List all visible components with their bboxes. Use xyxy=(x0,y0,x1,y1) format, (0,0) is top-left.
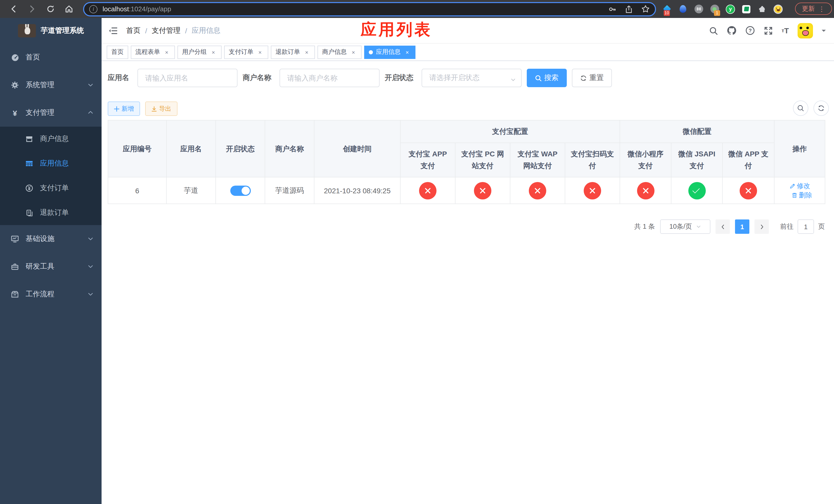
col-header-alipay-pc: 支付宝 PC 网站支付 xyxy=(455,143,510,177)
delete-link[interactable]: 删除 xyxy=(791,190,812,200)
tab-merchant-info[interactable]: 商户信息× xyxy=(317,45,361,59)
col-header-wechat-mini: 微信小程序支付 xyxy=(620,143,671,177)
app-name-input[interactable] xyxy=(137,69,238,87)
breadcrumb: 首页 / 支付管理 / 应用信息 xyxy=(126,26,221,35)
search-icon[interactable] xyxy=(709,26,718,35)
share-icon[interactable] xyxy=(625,5,633,13)
page-size-select[interactable]: 10条/页 xyxy=(660,220,710,234)
extension-chat-icon[interactable] xyxy=(742,4,751,14)
col-header-merchant: 商户名称 xyxy=(265,120,314,177)
goto-page-input[interactable] xyxy=(797,220,814,234)
close-icon[interactable]: × xyxy=(350,49,357,55)
cell-app-name: 芋道 xyxy=(167,177,216,204)
cell-wechat-mini xyxy=(620,177,671,204)
status-select[interactable]: 请选择开启状态 xyxy=(422,69,522,87)
status-toggle[interactable] xyxy=(230,185,250,196)
github-icon[interactable] xyxy=(727,26,737,36)
browser-home-button[interactable] xyxy=(62,2,75,16)
tags-view: 首页 流程表单× 用户分组× 支付订单× 退款订单× 商户信息× 应用信息× xyxy=(102,44,834,61)
chevron-down-icon xyxy=(88,81,93,89)
browser-menu-icon[interactable]: ⋮ xyxy=(818,5,825,13)
profile-avatar-icon[interactable] xyxy=(773,4,783,14)
url-text: localhost:1024/pay/app xyxy=(103,5,171,13)
extension-recorder-icon[interactable]: 1 xyxy=(710,4,719,14)
tab-pay-order[interactable]: 支付订单× xyxy=(224,45,268,59)
logo[interactable]: 芋道管理系统 xyxy=(0,18,102,44)
sidebar-item-payment[interactable]: ¥ 支付管理 xyxy=(0,99,102,127)
disabled-status-icon xyxy=(584,182,601,199)
cell-wechat-app xyxy=(722,177,774,204)
sidebar-item-workflow[interactable]: 工作流程 xyxy=(0,280,102,308)
user-avatar[interactable] xyxy=(797,23,813,38)
search-button[interactable]: 搜索 xyxy=(527,69,567,87)
tab-app-info[interactable]: 应用信息× xyxy=(364,45,415,59)
sidebar-item-home[interactable]: 首页 xyxy=(0,44,102,71)
close-icon[interactable]: × xyxy=(303,49,310,55)
font-size-icon[interactable]: тT xyxy=(782,26,789,35)
cell-wechat-jsapi xyxy=(671,177,722,204)
extension-balloon-icon[interactable] xyxy=(678,4,687,14)
next-page-button[interactable] xyxy=(754,220,769,234)
sidebar-item-refund-order[interactable]: 退款订单 xyxy=(0,201,102,225)
close-icon[interactable]: × xyxy=(163,49,170,55)
extension-command-icon[interactable] xyxy=(694,4,703,14)
reset-button[interactable]: 重置 xyxy=(572,69,612,87)
sidebar-item-dev-tools[interactable]: 研发工具 xyxy=(0,253,102,280)
browser-forward-button[interactable] xyxy=(25,2,39,16)
current-page[interactable]: 1 xyxy=(735,220,749,234)
browser-reload-button[interactable] xyxy=(44,2,57,16)
avatar-caret-icon[interactable] xyxy=(822,29,826,33)
close-icon[interactable]: × xyxy=(404,49,411,55)
goto-page: 前往 页 xyxy=(780,220,825,234)
cell-alipay-wap xyxy=(510,177,565,204)
breadcrumb-payment[interactable]: 支付管理 xyxy=(152,26,180,35)
filter-form: 应用名 商户名称 开启状态 请选择开启状态 xyxy=(108,69,828,87)
edit-link[interactable]: 修改 xyxy=(789,181,810,190)
browser-update-button[interactable]: 更新⋮ xyxy=(795,3,832,15)
gear-icon xyxy=(10,81,20,89)
tab-user-group[interactable]: 用户分组× xyxy=(177,45,222,59)
tab-home[interactable]: 首页 xyxy=(107,45,128,59)
sidebar-item-pay-order[interactable]: 支付订单 xyxy=(0,176,102,201)
sidebar-collapse-icon[interactable] xyxy=(109,26,118,35)
browser-window: i localhost:1024/pay/app 10 1 y xyxy=(0,0,834,504)
extension-y-icon[interactable]: y xyxy=(726,4,735,14)
main-area: 首页 / 支付管理 / 应用信息 应用列表 ? xyxy=(102,18,834,504)
add-button[interactable]: 新增 xyxy=(108,101,140,116)
chevron-down-icon xyxy=(510,76,516,84)
col-group-alipay: 支付宝配置 xyxy=(400,120,620,143)
extension-diamond-icon[interactable]: 10 xyxy=(662,4,672,14)
close-icon[interactable]: × xyxy=(257,49,264,55)
site-info-icon[interactable]: i xyxy=(89,5,97,13)
prev-page-button[interactable] xyxy=(716,220,730,234)
browser-back-button[interactable] xyxy=(7,2,20,16)
tab-process-form[interactable]: 流程表单× xyxy=(131,45,175,59)
fullscreen-icon[interactable] xyxy=(764,26,773,35)
tab-refund-order[interactable]: 退款订单× xyxy=(271,45,315,59)
disabled-status-icon xyxy=(419,182,437,199)
toggle-search-button[interactable] xyxy=(793,100,808,116)
bookmark-star-icon[interactable] xyxy=(641,5,650,13)
browser-extensions: 10 1 y xyxy=(662,4,783,14)
refresh-button[interactable] xyxy=(813,100,829,116)
page-content: 应用名 商户名称 开启状态 请选择开启状态 xyxy=(102,61,834,234)
sidebar-item-system[interactable]: 系统管理 xyxy=(0,71,102,99)
cell-created: 2021-10-23 08:49:25 xyxy=(314,177,400,204)
merchant-name-input[interactable] xyxy=(280,69,379,87)
sidebar-menu: 首页 系统管理 ¥ 支付管理 xyxy=(0,44,102,308)
enabled-status-icon xyxy=(688,182,705,199)
sidebar-item-infrastructure[interactable]: 基础设施 xyxy=(0,225,102,253)
extensions-puzzle-icon[interactable] xyxy=(758,4,767,14)
sidebar-item-app-info[interactable]: 应用信息 xyxy=(0,151,102,176)
cell-actions: 修改 删除 xyxy=(774,177,825,204)
col-header-alipay-wap: 支付宝 WAP 网站支付 xyxy=(510,143,565,177)
breadcrumb-home[interactable]: 首页 xyxy=(126,26,140,35)
address-bar[interactable]: i localhost:1024/pay/app xyxy=(83,2,656,16)
sidebar-item-merchant-info[interactable]: 商户信息 xyxy=(0,127,102,151)
svg-text:?: ? xyxy=(749,28,752,33)
help-icon[interactable]: ? xyxy=(745,26,755,36)
password-key-icon[interactable] xyxy=(608,5,616,13)
export-button[interactable]: 导出 xyxy=(145,101,177,116)
page-annotation: 应用列表 xyxy=(360,22,432,38)
close-icon[interactable]: × xyxy=(210,49,217,55)
